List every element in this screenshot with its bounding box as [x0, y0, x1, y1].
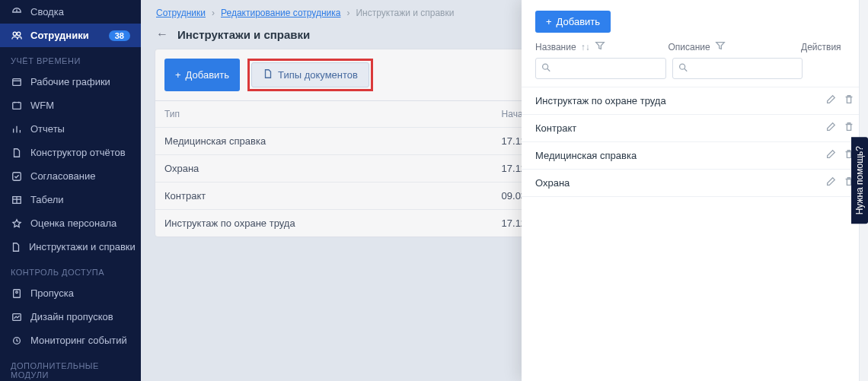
sidebar-item-label: Пропуска	[30, 287, 130, 299]
cell-type: Медицинская справка	[155, 128, 493, 155]
sidebar-item-label: Дизайн пропусков	[30, 311, 130, 322]
sidebar-item-label: WFM	[30, 100, 130, 111]
sidebar-section-access: КОНТРОЛЬ ДОСТУПА	[0, 259, 141, 281]
button-label: Добавить	[557, 16, 600, 27]
sidebar-item-assessment[interactable]: Оценка персонала	[0, 211, 141, 235]
list-item[interactable]: Контракт	[522, 115, 868, 142]
sidebar-item-passes[interactable]: Пропуска	[0, 281, 141, 305]
panel-col-actions: Действия	[801, 42, 854, 52]
star-icon	[11, 218, 23, 229]
chevron-right-icon: ›	[346, 8, 349, 18]
filter-icon[interactable]	[595, 40, 605, 53]
add-button[interactable]: + Добавить	[164, 59, 240, 91]
sidebar-item-schedules[interactable]: Рабочие графики	[0, 70, 141, 94]
sidebar-item-pass-design[interactable]: Дизайн пропусков	[0, 305, 141, 329]
type-name: Инструктаж по охране труда	[535, 95, 825, 106]
sort-icon[interactable]: ↑↓	[581, 42, 590, 52]
schedule-icon	[11, 77, 23, 87]
cell-type: Охрана	[155, 155, 493, 183]
edit-icon[interactable]	[825, 149, 836, 162]
list-item[interactable]: Охрана	[522, 170, 868, 197]
plus-icon: +	[546, 16, 552, 27]
sidebar-item-label: Согласование	[30, 170, 130, 182]
page-title: Инструктажи и справки	[177, 28, 310, 41]
sidebar-item-label: Мониторинг событий	[30, 335, 130, 346]
edit-icon[interactable]	[825, 176, 836, 189]
sidebar-item-briefings[interactable]: Инструктажи и справки	[0, 235, 141, 259]
list-item[interactable]: Медицинская справка	[522, 142, 868, 170]
sidebar-section-time: УЧЁТ ВРЕМЕНИ	[0, 47, 141, 70]
search-icon	[678, 62, 688, 75]
delete-icon[interactable]	[844, 94, 854, 107]
chart-icon	[11, 124, 23, 135]
calendar-icon	[11, 100, 23, 111]
sidebar-item-label: Инструктажи и справки	[29, 241, 136, 252]
svg-point-10	[543, 64, 548, 69]
edit-icon[interactable]	[825, 94, 836, 107]
search-name-input[interactable]	[535, 58, 666, 79]
sidebar-item-monitoring[interactable]: Мониторинг событий	[0, 329, 141, 352]
list-item[interactable]: Инструктаж по охране труда	[522, 87, 868, 115]
breadcrumb-link-edit-employee[interactable]: Редактирование сотрудника	[221, 8, 340, 18]
col-label: Описание	[669, 42, 710, 52]
sidebar-item-label: Сводка	[30, 6, 130, 17]
cell-type: Контракт	[155, 183, 493, 210]
sidebar-item-report-builder[interactable]: Конструктор отчётов	[0, 141, 141, 164]
breadcrumb-current: Инструктажи и справки	[356, 8, 454, 18]
plus-icon: +	[175, 69, 181, 81]
sidebar-item-label: Рабочие графики	[30, 76, 130, 87]
doc-icon	[263, 68, 273, 81]
type-name: Контракт	[535, 122, 825, 134]
sidebar-section-extra: ДОПОЛНИТЕЛЬНЫЕ МОДУЛИ	[0, 352, 141, 381]
sidebar-item-wfm[interactable]: WFM	[0, 94, 141, 117]
type-name: Медицинская справка	[535, 150, 825, 161]
panel-add-button[interactable]: + Добавить	[535, 11, 611, 33]
svg-point-7	[16, 291, 18, 293]
doc-icon	[11, 242, 21, 252]
col-label: Действия	[801, 42, 841, 52]
sidebar-item-reports[interactable]: Отчеты	[0, 117, 141, 141]
col-type[interactable]: Тип	[155, 101, 493, 128]
annotation-highlight: Типы документов	[247, 59, 373, 91]
button-label: Добавить	[186, 69, 229, 81]
sidebar-item-timesheets[interactable]: Табели	[0, 188, 141, 211]
svg-rect-2	[13, 78, 21, 85]
monitor-icon	[11, 335, 23, 346]
svg-point-11	[679, 64, 685, 69]
employees-count-badge: 38	[109, 30, 130, 41]
col-label: Название	[535, 42, 576, 52]
dashboard-icon	[11, 7, 23, 17]
back-icon[interactable]: ←	[156, 27, 168, 41]
type-name: Охрана	[535, 177, 825, 189]
edit-icon[interactable]	[825, 122, 836, 135]
svg-point-0	[13, 32, 16, 35]
panel-col-desc[interactable]: Описание	[669, 40, 794, 53]
users-icon	[11, 30, 23, 41]
panel-col-name[interactable]: Название ↑↓	[535, 40, 661, 53]
help-tab[interactable]: Нужна помощь?	[851, 137, 868, 224]
sidebar-item-label: Сотрудники	[30, 30, 101, 41]
panel-list: Инструктаж по охране труда Контракт Меди…	[522, 87, 868, 197]
cell-type: Инструктаж по охране труда	[155, 210, 493, 237]
sidebar-item-label: Табели	[30, 194, 130, 205]
search-icon	[541, 62, 551, 75]
button-label: Типы документов	[278, 69, 358, 81]
svg-rect-3	[13, 102, 21, 109]
document-types-panel: + Добавить Название ↑↓ Описание Действия	[522, 0, 868, 381]
search-desc-input[interactable]	[672, 58, 803, 79]
badge-icon	[11, 288, 23, 299]
filter-icon[interactable]	[715, 40, 726, 53]
delete-icon[interactable]	[844, 122, 854, 135]
chevron-right-icon: ›	[212, 8, 215, 18]
sidebar-item-summary[interactable]: Сводка	[0, 0, 141, 24]
table-icon	[11, 195, 23, 205]
sidebar-item-label: Конструктор отчётов	[30, 147, 130, 158]
svg-point-1	[17, 32, 20, 35]
check-icon	[11, 171, 23, 182]
sidebar-item-approvals[interactable]: Согласование	[0, 164, 141, 188]
document-types-button[interactable]: Типы документов	[251, 62, 369, 87]
panel-search-row	[522, 58, 868, 87]
sidebar-item-employees[interactable]: Сотрудники 38	[0, 24, 141, 47]
breadcrumb-link-employees[interactable]: Сотрудники	[156, 8, 206, 18]
sidebar-item-label: Оценка персонала	[30, 217, 130, 229]
